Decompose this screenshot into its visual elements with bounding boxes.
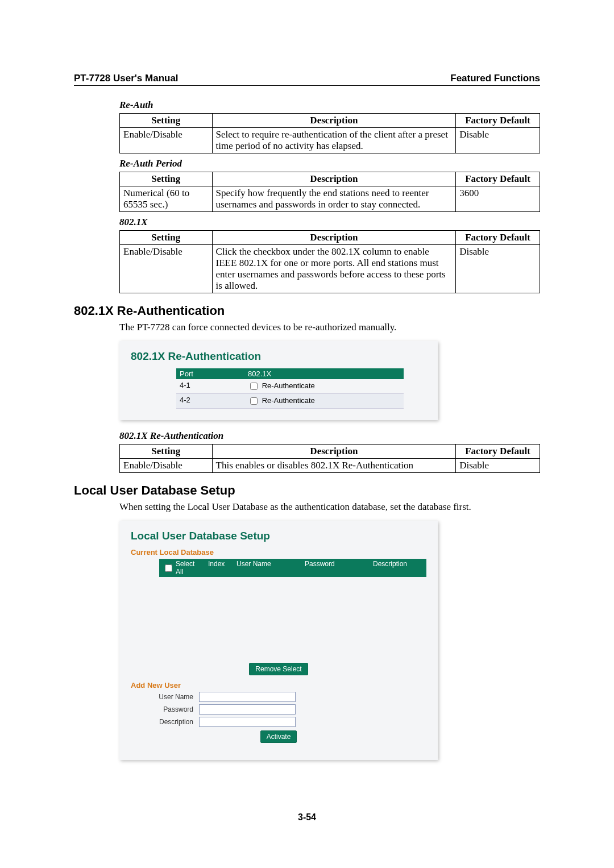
cell-description: Click the checkbox under the 802.1X colu… — [212, 245, 456, 293]
table-row: Enable/Disable Click the checkbox under … — [120, 245, 540, 293]
cell-port: 4-2 — [176, 394, 244, 408]
label-username: User Name — [148, 693, 199, 701]
th-default: Factory Default — [456, 114, 540, 128]
subheading-reauth: Re-Auth — [119, 99, 540, 111]
th-default: Factory Default — [456, 172, 540, 186]
th-setting: Setting — [120, 231, 213, 245]
section-intro-local: When setting the Local User Database as … — [119, 501, 540, 513]
screenshot-row: 4-2 Re-Authenticate — [176, 394, 404, 409]
reauth-label: Re-Authenticate — [262, 396, 315, 405]
reauth-checkbox[interactable] — [250, 383, 258, 390]
col-password: Password — [301, 559, 370, 577]
form-row-username: User Name — [148, 692, 426, 702]
header-right: Featured Functions — [450, 73, 540, 84]
table-row: Enable/Disable This enables or disables … — [120, 459, 540, 473]
th-default: Factory Default — [456, 231, 540, 245]
col-description: Description — [370, 559, 426, 577]
select-all-checkbox[interactable] — [165, 564, 172, 572]
col-username: User Name — [233, 559, 301, 577]
header-left: PT-7728 User's Manual — [74, 73, 179, 84]
th-description: Description — [212, 172, 456, 186]
cell-default: Disable — [456, 459, 540, 473]
cell-description: This enables or disables 802.1X Re-Authe… — [212, 459, 456, 473]
cell-default: 3600 — [456, 186, 540, 212]
th-description: Description — [212, 114, 456, 128]
subheading-reauth-period: Re-Auth Period — [119, 158, 540, 169]
section-intro-reauth: The PT-7728 can force connected devices … — [119, 322, 540, 333]
cell-setting: Numerical (60 to 65535 sec.) — [120, 186, 213, 212]
subheading-8021x: 802.1X — [119, 217, 540, 228]
screenshot-table-header: Port 802.1X — [176, 368, 404, 379]
cell-default: Disable — [456, 128, 540, 153]
add-new-user-title: Add New User — [131, 681, 426, 690]
screenshot-title: Local User Database Setup — [131, 530, 426, 542]
section-heading-local: Local User Database Setup — [74, 483, 540, 498]
screenshot-title: 802.1X Re-Authentication — [131, 350, 426, 363]
table-row: Enable/Disable Select to require re-auth… — [120, 128, 540, 153]
input-username[interactable] — [199, 692, 296, 702]
label-password: Password — [148, 705, 199, 713]
page-header: PT-7728 User's Manual Featured Functions — [74, 73, 540, 86]
subheading-reauth-table: 802.1X Re-Authentication — [119, 430, 540, 442]
table-reauth-setting: Setting Description Factory Default Enab… — [119, 444, 540, 473]
col-8021x: 802.1X — [244, 368, 404, 379]
screenshot-row: 4-1 Re-Authenticate — [176, 379, 404, 394]
table-reauth: Setting Description Factory Default Enab… — [119, 113, 540, 153]
th-setting: Setting — [120, 114, 213, 128]
th-setting: Setting — [120, 445, 213, 459]
input-password[interactable] — [199, 704, 296, 715]
col-index: Index — [205, 559, 233, 577]
form-row-description: Description — [148, 717, 426, 727]
col-select-all[interactable]: Select All — [159, 559, 205, 577]
cell-setting: Enable/Disable — [120, 128, 213, 153]
cell-setting: Enable/Disable — [120, 245, 213, 293]
th-description: Description — [212, 231, 456, 245]
cell-description: Select to require re-authentication of t… — [212, 128, 456, 153]
th-default: Factory Default — [456, 445, 540, 459]
th-setting: Setting — [120, 172, 213, 186]
screenshot-reauth: 802.1X Re-Authentication Port 802.1X 4-1… — [119, 341, 438, 420]
page-number: 3-54 — [0, 812, 614, 823]
select-all-label: Select All — [176, 560, 201, 576]
remove-select-button[interactable]: Remove Select — [249, 663, 308, 675]
section-heading-reauth: 802.1X Re-Authentication — [74, 304, 540, 318]
form-row-password: Password — [148, 704, 426, 715]
activate-button[interactable]: Activate — [260, 730, 297, 743]
table-reauth-period: Setting Description Factory Default Nume… — [119, 172, 540, 212]
th-description: Description — [212, 445, 456, 459]
table-row: Numerical (60 to 65535 sec.) Specify how… — [120, 186, 540, 212]
local-table-header: Select All Index User Name Password Desc… — [159, 559, 426, 577]
label-description: Description — [148, 718, 199, 726]
content-body: Re-Auth Setting Description Factory Defa… — [119, 99, 540, 293]
col-port: Port — [176, 368, 244, 379]
table-8021x: Setting Description Factory Default Enab… — [119, 230, 540, 293]
screenshot-subtitle: Current Local Database — [131, 548, 426, 556]
document-page: PT-7728 User's Manual Featured Functions… — [0, 0, 614, 868]
cell-description: Specify how frequently the end stations … — [212, 186, 456, 212]
cell-setting: Enable/Disable — [120, 459, 213, 473]
local-table-body-empty — [159, 577, 426, 659]
reauth-checkbox[interactable] — [250, 397, 258, 405]
cell-port: 4-1 — [176, 379, 244, 393]
cell-default: Disable — [456, 245, 540, 293]
reauth-label: Re-Authenticate — [262, 381, 315, 390]
screenshot-local-db: Local User Database Setup Current Local … — [119, 521, 438, 760]
input-description[interactable] — [199, 717, 296, 727]
